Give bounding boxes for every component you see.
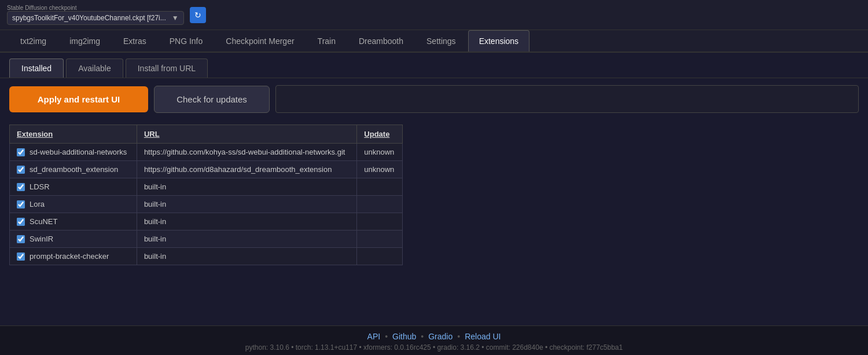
extension-update-status bbox=[357, 213, 403, 230]
extensions-table: Extension URL Update sd-webui-additional… bbox=[9, 125, 403, 265]
tab-settings[interactable]: Settings bbox=[415, 30, 467, 52]
tab-txt2img[interactable]: txt2img bbox=[9, 30, 57, 52]
subtab-install-from-url[interactable]: Install from URL bbox=[126, 58, 208, 78]
chevron-down-icon: ▼ bbox=[172, 14, 179, 22]
tab-img2img[interactable]: img2img bbox=[58, 30, 111, 52]
extension-url: built-in bbox=[137, 248, 356, 265]
refresh-icon: ↻ bbox=[194, 10, 201, 20]
extension-name: Lora bbox=[30, 200, 45, 208]
checkpoint-label: Stable Diffusion checkpoint bbox=[7, 5, 184, 11]
extension-name: ScuNET bbox=[30, 217, 57, 226]
extension-update-status: unknown bbox=[357, 144, 403, 161]
extension-cell: SwinIR bbox=[10, 230, 137, 248]
extension-name: SwinIR bbox=[30, 235, 53, 243]
main-content: Installed Available Install from URL App… bbox=[0, 53, 868, 270]
action-bar: Apply and restart UI Check for updates bbox=[0, 78, 868, 120]
extension-checkbox[interactable] bbox=[17, 148, 25, 156]
extensions-sub-tabs: Installed Available Install from URL bbox=[0, 53, 868, 78]
extension-checkbox[interactable] bbox=[17, 200, 25, 208]
footer-reload-ui-link[interactable]: Reload UI bbox=[465, 332, 501, 341]
col-header-update: Update bbox=[357, 125, 403, 144]
extension-url: built-in bbox=[137, 230, 356, 248]
extension-update-status bbox=[357, 230, 403, 248]
refresh-checkpoint-button[interactable]: ↻ bbox=[190, 7, 206, 23]
extension-checkbox[interactable] bbox=[17, 235, 25, 243]
tab-checkpoint-merger[interactable]: Checkpoint Merger bbox=[215, 30, 305, 52]
footer-github-link[interactable]: Github bbox=[392, 332, 416, 341]
footer-api-link[interactable]: API bbox=[367, 332, 381, 341]
tab-extras[interactable]: Extras bbox=[112, 30, 157, 52]
extensions-table-wrapper: Extension URL Update sd-webui-additional… bbox=[0, 120, 868, 270]
extension-cell: LDSR bbox=[10, 178, 137, 196]
footer: API • Github • Gradio • Reload UI python… bbox=[0, 325, 868, 355]
check-updates-button[interactable]: Check for updates bbox=[154, 86, 270, 113]
extension-cell: Lora bbox=[10, 196, 137, 213]
extension-checkbox[interactable] bbox=[17, 218, 25, 226]
extension-url: built-in bbox=[137, 196, 356, 213]
extension-url: https://github.com/kohya-ss/sd-webui-add… bbox=[137, 144, 356, 161]
search-area bbox=[275, 85, 859, 113]
col-header-extension: Extension bbox=[10, 125, 137, 144]
apply-restart-button[interactable]: Apply and restart UI bbox=[9, 86, 148, 112]
footer-gradio-link[interactable]: Gradio bbox=[428, 332, 453, 341]
tab-dreambooth[interactable]: Dreambooth bbox=[348, 30, 414, 52]
extension-cell: prompt-bracket-checker bbox=[10, 248, 137, 265]
extension-name: LDSR bbox=[30, 182, 50, 191]
subtab-available[interactable]: Available bbox=[66, 58, 123, 78]
extension-url: https://github.com/d8ahazard/sd_dreamboo… bbox=[137, 161, 356, 178]
extension-update-status bbox=[357, 178, 403, 196]
subtab-installed[interactable]: Installed bbox=[9, 58, 64, 78]
table-row: prompt-bracket-checkerbuilt-in bbox=[10, 248, 403, 265]
extension-name: prompt-bracket-checker bbox=[30, 252, 109, 261]
extension-url: built-in bbox=[137, 213, 356, 230]
extension-checkbox[interactable] bbox=[17, 166, 25, 174]
extension-name: sd-webui-additional-networks bbox=[30, 148, 127, 156]
extension-checkbox[interactable] bbox=[17, 252, 25, 261]
extension-url: built-in bbox=[137, 178, 356, 196]
footer-links: API • Github • Gradio • Reload UI bbox=[0, 332, 868, 341]
extension-cell: sd-webui-additional-networks bbox=[10, 144, 137, 161]
extension-name: sd_dreambooth_extension bbox=[30, 165, 118, 174]
extension-update-status bbox=[357, 248, 403, 265]
table-row: LDSRbuilt-in bbox=[10, 178, 403, 196]
extension-update-status bbox=[357, 196, 403, 213]
extension-checkbox[interactable] bbox=[17, 183, 25, 191]
table-row: SwinIRbuilt-in bbox=[10, 230, 403, 248]
col-header-url: URL bbox=[137, 125, 356, 144]
main-nav-tabs: txt2img img2img Extras PNG Info Checkpoi… bbox=[0, 30, 868, 53]
table-row: ScuNETbuilt-in bbox=[10, 213, 403, 230]
tab-train[interactable]: Train bbox=[307, 30, 347, 52]
table-row: Lorabuilt-in bbox=[10, 196, 403, 213]
extension-update-status: unknown bbox=[357, 161, 403, 178]
table-row: sd-webui-additional-networkshttps://gith… bbox=[10, 144, 403, 161]
top-bar: Stable Diffusion checkpoint spybgsToolki… bbox=[0, 0, 868, 30]
tab-pnginfo[interactable]: PNG Info bbox=[159, 30, 214, 52]
checkpoint-name: spybgsToolkitFor_v40YoutubeChannel.ckpt … bbox=[12, 14, 166, 22]
footer-meta: python: 3.10.6 • torch: 1.13.1+cu117 • x… bbox=[0, 343, 868, 352]
tab-extensions[interactable]: Extensions bbox=[468, 30, 529, 52]
table-row: sd_dreambooth_extensionhttps://github.co… bbox=[10, 161, 403, 178]
extension-cell: ScuNET bbox=[10, 213, 137, 230]
extension-cell: sd_dreambooth_extension bbox=[10, 161, 137, 178]
checkpoint-selector[interactable]: spybgsToolkitFor_v40YoutubeChannel.ckpt … bbox=[7, 11, 184, 25]
